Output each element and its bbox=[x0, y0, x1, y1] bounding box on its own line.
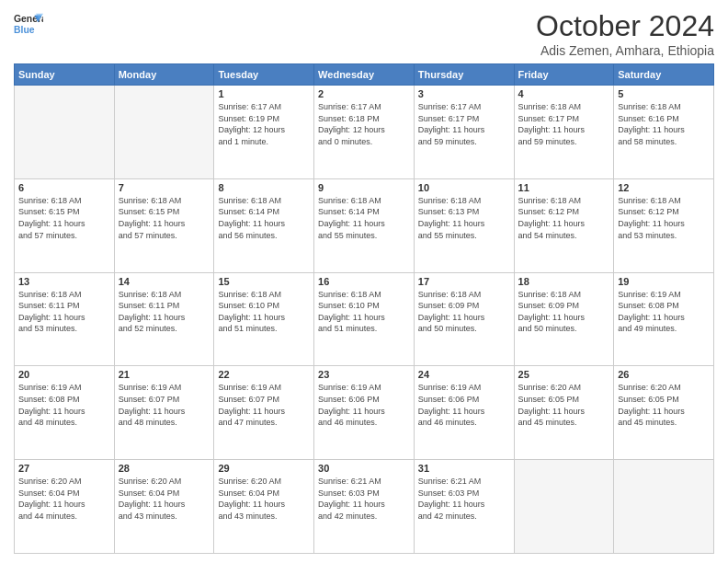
day-info: Sunrise: 6:18 AM Sunset: 6:09 PM Dayligh… bbox=[518, 289, 610, 335]
day-info: Sunrise: 6:19 AM Sunset: 6:06 PM Dayligh… bbox=[418, 382, 510, 428]
calendar-cell: 12Sunrise: 6:18 AM Sunset: 6:12 PM Dayli… bbox=[614, 178, 714, 272]
calendar-cell bbox=[514, 460, 614, 554]
day-info: Sunrise: 6:18 AM Sunset: 6:14 PM Dayligh… bbox=[218, 195, 310, 241]
page: General Blue October 2024 Adis Zemen, Am… bbox=[0, 0, 728, 563]
day-number: 17 bbox=[418, 276, 510, 287]
day-info: Sunrise: 6:18 AM Sunset: 6:10 PM Dayligh… bbox=[318, 289, 410, 335]
day-info: Sunrise: 6:18 AM Sunset: 6:12 PM Dayligh… bbox=[518, 195, 610, 241]
location-subtitle: Adis Zemen, Amhara, Ethiopia bbox=[536, 43, 714, 58]
day-number: 27 bbox=[18, 463, 110, 474]
header-wednesday: Wednesday bbox=[314, 64, 415, 86]
day-number: 10 bbox=[418, 182, 510, 193]
day-number: 25 bbox=[518, 369, 610, 380]
day-info: Sunrise: 6:18 AM Sunset: 6:10 PM Dayligh… bbox=[218, 289, 310, 335]
day-info: Sunrise: 6:20 AM Sunset: 6:05 PM Dayligh… bbox=[518, 382, 610, 428]
day-number: 16 bbox=[318, 276, 410, 287]
day-number: 19 bbox=[618, 276, 710, 287]
day-info: Sunrise: 6:17 AM Sunset: 6:17 PM Dayligh… bbox=[418, 101, 510, 147]
calendar-cell: 16Sunrise: 6:18 AM Sunset: 6:10 PM Dayli… bbox=[314, 272, 415, 366]
day-info: Sunrise: 6:20 AM Sunset: 6:04 PM Dayligh… bbox=[119, 476, 210, 522]
calendar-cell: 25Sunrise: 6:20 AM Sunset: 6:05 PM Dayli… bbox=[514, 366, 614, 460]
header: General Blue October 2024 Adis Zemen, Am… bbox=[14, 9, 714, 58]
calendar-cell: 18Sunrise: 6:18 AM Sunset: 6:09 PM Dayli… bbox=[514, 272, 614, 366]
day-number: 29 bbox=[218, 463, 310, 474]
calendar-cell: 31Sunrise: 6:21 AM Sunset: 6:03 PM Dayli… bbox=[414, 460, 514, 554]
day-info: Sunrise: 6:18 AM Sunset: 6:15 PM Dayligh… bbox=[18, 195, 110, 241]
day-info: Sunrise: 6:19 AM Sunset: 6:07 PM Dayligh… bbox=[218, 382, 310, 428]
day-info: Sunrise: 6:21 AM Sunset: 6:03 PM Dayligh… bbox=[318, 476, 410, 522]
day-info: Sunrise: 6:17 AM Sunset: 6:18 PM Dayligh… bbox=[318, 101, 410, 147]
day-info: Sunrise: 6:18 AM Sunset: 6:17 PM Dayligh… bbox=[518, 101, 610, 147]
day-info: Sunrise: 6:19 AM Sunset: 6:08 PM Dayligh… bbox=[18, 382, 110, 428]
day-number: 1 bbox=[218, 88, 310, 99]
day-number: 2 bbox=[318, 88, 410, 99]
day-info: Sunrise: 6:20 AM Sunset: 6:04 PM Dayligh… bbox=[18, 476, 110, 522]
day-info: Sunrise: 6:18 AM Sunset: 6:13 PM Dayligh… bbox=[418, 195, 510, 241]
calendar-cell: 23Sunrise: 6:19 AM Sunset: 6:06 PM Dayli… bbox=[314, 366, 415, 460]
calendar-cell: 10Sunrise: 6:18 AM Sunset: 6:13 PM Dayli… bbox=[414, 178, 514, 272]
header-friday: Friday bbox=[514, 64, 614, 86]
calendar-week-3: 20Sunrise: 6:19 AM Sunset: 6:08 PM Dayli… bbox=[15, 366, 714, 460]
day-number: 3 bbox=[418, 88, 510, 99]
calendar-cell: 27Sunrise: 6:20 AM Sunset: 6:04 PM Dayli… bbox=[15, 460, 115, 554]
calendar-week-0: 1Sunrise: 6:17 AM Sunset: 6:19 PM Daylig… bbox=[15, 86, 714, 179]
calendar-cell bbox=[614, 460, 714, 554]
calendar-cell: 17Sunrise: 6:18 AM Sunset: 6:09 PM Dayli… bbox=[414, 272, 514, 366]
day-info: Sunrise: 6:18 AM Sunset: 6:11 PM Dayligh… bbox=[119, 289, 210, 335]
calendar-cell: 9Sunrise: 6:18 AM Sunset: 6:14 PM Daylig… bbox=[314, 178, 415, 272]
day-number: 12 bbox=[618, 182, 710, 193]
calendar-cell bbox=[114, 86, 214, 179]
day-info: Sunrise: 6:18 AM Sunset: 6:16 PM Dayligh… bbox=[618, 101, 710, 147]
day-number: 14 bbox=[119, 276, 210, 287]
calendar-cell: 26Sunrise: 6:20 AM Sunset: 6:05 PM Dayli… bbox=[614, 366, 714, 460]
calendar-cell: 4Sunrise: 6:18 AM Sunset: 6:17 PM Daylig… bbox=[514, 86, 614, 179]
day-number: 30 bbox=[318, 463, 410, 474]
calendar-cell: 13Sunrise: 6:18 AM Sunset: 6:11 PM Dayli… bbox=[15, 272, 115, 366]
title-block: October 2024 Adis Zemen, Amhara, Ethiopi… bbox=[536, 9, 714, 58]
calendar-cell: 22Sunrise: 6:19 AM Sunset: 6:07 PM Dayli… bbox=[214, 366, 314, 460]
weekday-header-row: Sunday Monday Tuesday Wednesday Thursday… bbox=[15, 64, 714, 86]
header-sunday: Sunday bbox=[15, 64, 115, 86]
day-number: 13 bbox=[18, 276, 110, 287]
calendar-cell: 28Sunrise: 6:20 AM Sunset: 6:04 PM Dayli… bbox=[114, 460, 214, 554]
calendar-cell: 29Sunrise: 6:20 AM Sunset: 6:04 PM Dayli… bbox=[214, 460, 314, 554]
calendar-week-2: 13Sunrise: 6:18 AM Sunset: 6:11 PM Dayli… bbox=[15, 272, 714, 366]
calendar-cell: 20Sunrise: 6:19 AM Sunset: 6:08 PM Dayli… bbox=[15, 366, 115, 460]
calendar-cell bbox=[15, 86, 115, 179]
day-info: Sunrise: 6:18 AM Sunset: 6:14 PM Dayligh… bbox=[318, 195, 410, 241]
day-info: Sunrise: 6:17 AM Sunset: 6:19 PM Dayligh… bbox=[218, 101, 310, 147]
calendar-cell: 5Sunrise: 6:18 AM Sunset: 6:16 PM Daylig… bbox=[614, 86, 714, 179]
day-number: 28 bbox=[119, 463, 210, 474]
day-number: 22 bbox=[218, 369, 310, 380]
logo: General Blue bbox=[14, 9, 43, 39]
day-info: Sunrise: 6:18 AM Sunset: 6:09 PM Dayligh… bbox=[418, 289, 510, 335]
day-number: 11 bbox=[518, 182, 610, 193]
svg-text:Blue: Blue bbox=[14, 25, 35, 35]
day-number: 26 bbox=[618, 369, 710, 380]
header-monday: Monday bbox=[114, 64, 214, 86]
day-info: Sunrise: 6:18 AM Sunset: 6:11 PM Dayligh… bbox=[18, 289, 110, 335]
day-info: Sunrise: 6:20 AM Sunset: 6:05 PM Dayligh… bbox=[618, 382, 710, 428]
day-number: 18 bbox=[518, 276, 610, 287]
calendar-cell: 2Sunrise: 6:17 AM Sunset: 6:18 PM Daylig… bbox=[314, 86, 415, 179]
day-number: 21 bbox=[119, 369, 210, 380]
header-tuesday: Tuesday bbox=[214, 64, 314, 86]
calendar-cell: 6Sunrise: 6:18 AM Sunset: 6:15 PM Daylig… bbox=[15, 178, 115, 272]
logo-icon: General Blue bbox=[14, 9, 43, 39]
calendar-cell: 19Sunrise: 6:19 AM Sunset: 6:08 PM Dayli… bbox=[614, 272, 714, 366]
calendar-table: Sunday Monday Tuesday Wednesday Thursday… bbox=[14, 63, 714, 554]
day-number: 24 bbox=[418, 369, 510, 380]
calendar-cell: 8Sunrise: 6:18 AM Sunset: 6:14 PM Daylig… bbox=[214, 178, 314, 272]
day-number: 15 bbox=[218, 276, 310, 287]
day-info: Sunrise: 6:18 AM Sunset: 6:15 PM Dayligh… bbox=[119, 195, 210, 241]
day-number: 20 bbox=[18, 369, 110, 380]
header-thursday: Thursday bbox=[414, 64, 514, 86]
day-info: Sunrise: 6:21 AM Sunset: 6:03 PM Dayligh… bbox=[418, 476, 510, 522]
header-saturday: Saturday bbox=[614, 64, 714, 86]
day-number: 4 bbox=[518, 88, 610, 99]
day-number: 9 bbox=[318, 182, 410, 193]
day-number: 6 bbox=[18, 182, 110, 193]
day-info: Sunrise: 6:18 AM Sunset: 6:12 PM Dayligh… bbox=[618, 195, 710, 241]
day-info: Sunrise: 6:19 AM Sunset: 6:06 PM Dayligh… bbox=[318, 382, 410, 428]
day-number: 23 bbox=[318, 369, 410, 380]
